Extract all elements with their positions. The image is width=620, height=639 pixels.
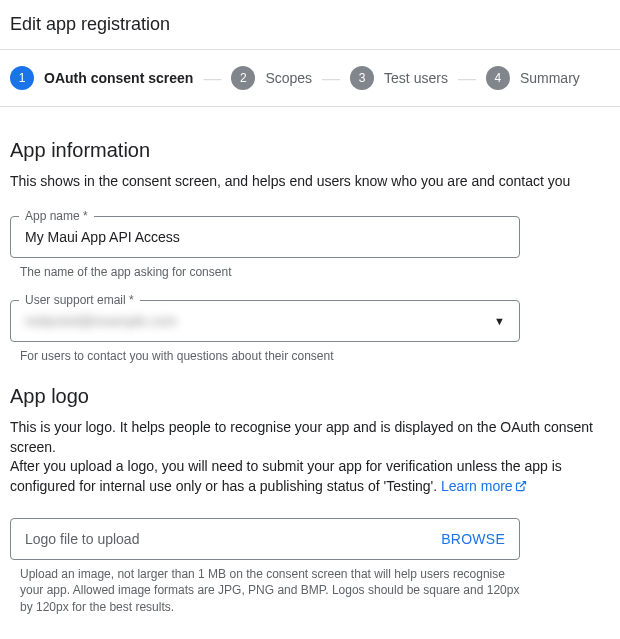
stepper: 1 OAuth consent screen — 2 Scopes — 3 Te… (0, 50, 620, 107)
step-number-1: 1 (10, 66, 34, 90)
learn-more-link[interactable]: Learn more (441, 478, 527, 494)
app-logo-desc: This is your logo. It helps people to re… (10, 418, 610, 497)
chevron-down-icon: ▼ (494, 315, 519, 327)
step-test-users[interactable]: 3 Test users (350, 66, 448, 90)
step-label-4: Summary (520, 70, 580, 86)
step-divider: — (320, 68, 342, 89)
step-label-2: Scopes (265, 70, 312, 86)
external-link-icon (515, 478, 527, 498)
step-number-4: 4 (486, 66, 510, 90)
step-summary[interactable]: 4 Summary (486, 66, 580, 90)
browse-button[interactable]: BROWSE (441, 531, 505, 547)
support-email-field-group: User support email * redacted@example.co… (10, 300, 520, 365)
step-label-1: OAuth consent screen (44, 70, 193, 86)
logo-upload-field[interactable]: Logo file to upload BROWSE (10, 518, 520, 560)
support-email-value: redacted@example.com (11, 301, 494, 341)
app-name-input[interactable] (11, 217, 519, 257)
app-info-title: App information (10, 139, 610, 162)
step-divider: — (201, 68, 223, 89)
app-logo-title: App logo (10, 385, 610, 408)
logo-upload-placeholder: Logo file to upload (25, 531, 139, 547)
content-area: App information This shows in the consen… (0, 107, 620, 626)
step-label-3: Test users (384, 70, 448, 86)
support-email-select[interactable]: User support email * redacted@example.co… (10, 300, 520, 342)
step-number-3: 3 (350, 66, 374, 90)
step-oauth-consent[interactable]: 1 OAuth consent screen (10, 66, 193, 90)
step-divider: — (456, 68, 478, 89)
logo-upload-helper: Upload an image, not larger than 1 MB on… (10, 560, 520, 616)
app-name-field-group: App name * The name of the app asking fo… (10, 216, 520, 281)
app-name-field[interactable]: App name * (10, 216, 520, 258)
app-name-helper: The name of the app asking for consent (10, 258, 520, 281)
step-number-2: 2 (231, 66, 255, 90)
svg-line-0 (520, 481, 526, 487)
app-name-label: App name * (19, 209, 94, 223)
page-title: Edit app registration (0, 0, 620, 50)
app-logo-desc-p1: This is your logo. It helps people to re… (10, 419, 593, 455)
support-email-helper: For users to contact you with questions … (10, 342, 520, 365)
app-info-desc: This shows in the consent screen, and he… (10, 172, 610, 192)
step-scopes[interactable]: 2 Scopes (231, 66, 312, 90)
